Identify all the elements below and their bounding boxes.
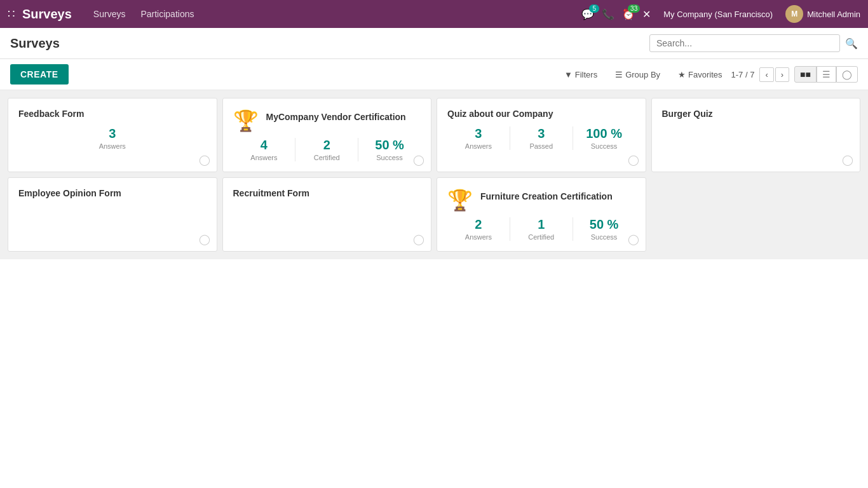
stat-label: Passed bbox=[529, 142, 553, 150]
stat-number: 1 bbox=[538, 217, 545, 232]
stat-answers: 2 Answers bbox=[447, 217, 510, 241]
stat-label: Certified bbox=[528, 233, 554, 241]
card-menu-button[interactable]: ◯ bbox=[412, 152, 426, 166]
card-quiz-company[interactable]: Quiz about our Company 3 Answers 3 Passe… bbox=[437, 98, 646, 172]
close-icon-btn[interactable]: ✕ bbox=[642, 8, 651, 20]
search-input[interactable] bbox=[649, 34, 840, 52]
pagination-info: 1-7 / 7 bbox=[731, 70, 755, 79]
trophy-icon: 🏆 bbox=[447, 188, 473, 212]
clock-badge: 33 bbox=[628, 4, 640, 13]
stat-label: Answers bbox=[465, 233, 492, 241]
filters-button[interactable]: ▼ Filters bbox=[560, 67, 601, 82]
stat-number: 2 bbox=[475, 217, 482, 232]
card-title: Feedback Form bbox=[18, 109, 207, 119]
create-button[interactable]: CREATE bbox=[10, 64, 69, 85]
card-recruitment-form[interactable]: Recruitment Form ◯ bbox=[222, 177, 432, 252]
phone-icon-btn[interactable]: 📞 bbox=[602, 8, 614, 20]
trophy-icon: 🏆 bbox=[233, 109, 259, 133]
card-title: Recruitment Form bbox=[233, 188, 421, 198]
stat-label: Success bbox=[591, 233, 618, 241]
card-feedback-form[interactable]: Feedback Form 3 Answers ◯ bbox=[8, 98, 217, 172]
stat-passed: 3 Passed bbox=[510, 126, 573, 150]
user-menu[interactable]: M Mitchell Admin bbox=[785, 5, 860, 23]
filter-icon: ▼ bbox=[564, 70, 573, 79]
card-menu-button[interactable]: ◯ bbox=[198, 152, 212, 166]
user-avatar: M bbox=[785, 5, 803, 23]
navbar-nav: Surveys Participations bbox=[87, 6, 201, 22]
stat-answers: 3 Answers bbox=[18, 126, 207, 150]
stat-number: 50 % bbox=[590, 217, 619, 232]
card-title: Employee Opinion Form bbox=[18, 188, 207, 198]
stat-number: 4 bbox=[261, 138, 268, 152]
kanban-view-button[interactable]: ■■ bbox=[794, 66, 817, 83]
card-grid: Feedback Form 3 Answers ◯ 🏆 MyCompany Ve… bbox=[0, 90, 868, 259]
card-stats: 2 Answers 1 Certified 50 % Success bbox=[447, 217, 635, 241]
card-vendor-cert[interactable]: 🏆 MyCompany Vendor Certification 4 Answe… bbox=[222, 98, 432, 172]
card-burger-quiz[interactable]: Burger Quiz ◯ bbox=[651, 98, 861, 172]
card-title: Burger Quiz bbox=[662, 109, 850, 119]
stat-success: 50 % Success bbox=[573, 217, 635, 241]
stat-success: 100 % Success bbox=[573, 126, 635, 150]
company-name: My Company (San Francisco) bbox=[663, 10, 773, 19]
card-stats: 4 Answers 2 Certified 50 % Success bbox=[233, 138, 421, 161]
stat-certified: 2 Certified bbox=[295, 138, 358, 161]
view-toggle: ■■ ☰ ◯ bbox=[794, 66, 858, 83]
toolbar-filters: ▼ Filters ☰ Group By ★ Favorites bbox=[560, 67, 726, 82]
groupby-button[interactable]: ☰ Group By bbox=[611, 67, 664, 82]
card-title: Furniture Creation Certification bbox=[480, 191, 613, 201]
chat-badge: 5 bbox=[589, 4, 599, 13]
stat-label: Answers bbox=[465, 142, 492, 150]
card-menu-button[interactable]: ◯ bbox=[412, 232, 426, 246]
stat-number: 2 bbox=[323, 138, 330, 152]
stat-number: 100 % bbox=[586, 126, 622, 141]
stat-answers: 3 Answers bbox=[447, 126, 510, 150]
user-name: Mitchell Admin bbox=[807, 10, 860, 19]
stat-number: 3 bbox=[109, 126, 116, 141]
card-stats: 3 Answers 3 Passed 100 % Success bbox=[447, 126, 635, 150]
chat-icon-btn[interactable]: 💬 5 bbox=[581, 8, 594, 20]
card-menu-button[interactable]: ◯ bbox=[627, 152, 641, 166]
navbar-icons: 💬 5 📞 ⏰ 33 ✕ My Company (San Francisco) … bbox=[581, 5, 860, 23]
card-menu-button[interactable]: ◯ bbox=[841, 152, 855, 166]
favorites-button[interactable]: ★ Favorites bbox=[674, 67, 726, 82]
card-stats: 3 Answers bbox=[18, 126, 207, 150]
card-title: Quiz about our Company bbox=[447, 109, 635, 119]
pagination-controls: ‹ › bbox=[759, 67, 789, 82]
sub-header: Surveys 🔍 bbox=[0, 28, 868, 59]
nav-participations[interactable]: Participations bbox=[134, 6, 200, 22]
list-view-button[interactable]: ☰ bbox=[817, 66, 836, 83]
stat-number: 50 % bbox=[375, 138, 404, 152]
stat-label: Answers bbox=[99, 142, 126, 150]
next-page-button[interactable]: › bbox=[775, 67, 789, 82]
trophy-area: 🏆 MyCompany Vendor Certification bbox=[233, 109, 421, 133]
stat-number: 3 bbox=[538, 126, 545, 141]
brand-name[interactable]: Surveys bbox=[22, 7, 72, 22]
stat-label: Certified bbox=[314, 154, 340, 161]
card-title: MyCompany Vendor Certification bbox=[266, 112, 406, 122]
stat-certified: 1 Certified bbox=[510, 217, 573, 241]
filters-label: Filters bbox=[575, 70, 597, 79]
search-icon[interactable]: 🔍 bbox=[845, 37, 858, 50]
favorites-label: Favorites bbox=[688, 70, 722, 79]
card-furniture-cert[interactable]: 🏆 Furniture Creation Certification 2 Ans… bbox=[437, 177, 646, 252]
card-menu-button[interactable]: ◯ bbox=[198, 232, 212, 246]
stat-label: Answers bbox=[250, 154, 277, 161]
navbar: ∷ Surveys Surveys Participations 💬 5 📞 ⏰… bbox=[0, 0, 868, 28]
clock-icon-btn[interactable]: ⏰ 33 bbox=[622, 8, 635, 20]
activity-view-button[interactable]: ◯ bbox=[836, 66, 858, 83]
toolbar-right: 1-7 / 7 ‹ › ■■ ☰ ◯ bbox=[731, 66, 858, 83]
groupby-icon: ☰ bbox=[615, 70, 623, 79]
groupby-label: Group By bbox=[625, 70, 660, 79]
card-menu-button[interactable]: ◯ bbox=[627, 232, 641, 246]
stat-number: 3 bbox=[475, 126, 482, 141]
apps-icon[interactable]: ∷ bbox=[8, 7, 15, 21]
star-icon: ★ bbox=[678, 70, 686, 79]
page-title: Surveys bbox=[10, 36, 434, 51]
nav-surveys[interactable]: Surveys bbox=[87, 6, 132, 22]
stat-answers: 4 Answers bbox=[233, 138, 295, 161]
page-content: Surveys 🔍 CREATE ▼ Filters ☰ Group By ★ … bbox=[0, 28, 868, 488]
card-employee-opinion[interactable]: Employee Opinion Form ◯ bbox=[8, 177, 217, 252]
stat-label: Success bbox=[376, 154, 403, 161]
search-area: 🔍 bbox=[434, 34, 858, 52]
prev-page-button[interactable]: ‹ bbox=[759, 67, 773, 82]
